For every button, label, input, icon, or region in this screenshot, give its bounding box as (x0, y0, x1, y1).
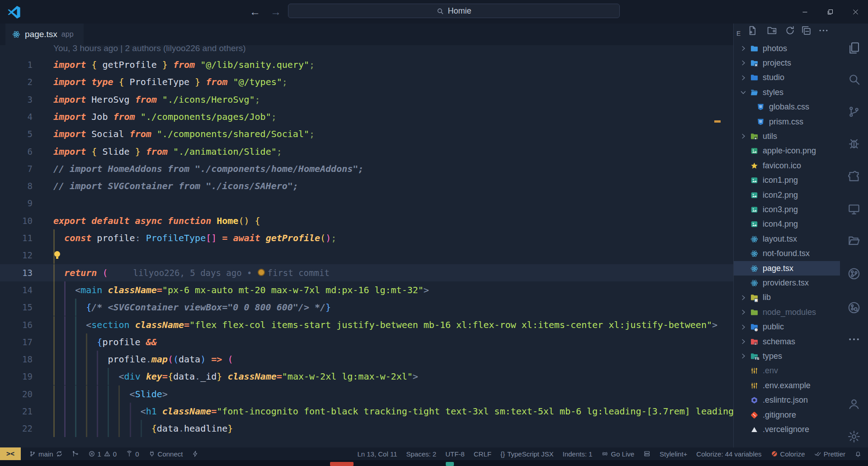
code-line-20[interactable]: 20 <Slide> (0, 385, 733, 403)
code-line-14[interactable]: 14 <main className="px-6 mx-auto mt-20 m… (0, 281, 733, 299)
file-tree-item-globals-css[interactable]: globals.css (734, 100, 840, 114)
code-line-2[interactable]: 2import type { ProfileType } from "@/typ… (0, 73, 733, 90)
status-eol[interactable]: CRLF (474, 450, 491, 458)
file-tree-item-prism-css[interactable]: prism.css (734, 114, 840, 129)
activity-extensions-icon[interactable] (847, 170, 861, 183)
file-tree-item-page-tsx[interactable]: page.tsx (734, 261, 840, 276)
file-tree-item-icon2-png[interactable]: icon2.png (734, 188, 840, 202)
activity-folder-opened-icon[interactable] (847, 234, 861, 247)
file-tree-item--eslintrc-json[interactable]: .eslintrc.json (734, 393, 840, 408)
files-icon (847, 41, 861, 55)
search-icon (436, 7, 444, 15)
status-colorize-info[interactable]: Colorize: 44 variables (696, 450, 761, 458)
status-colorize-toggle[interactable]: Colorize (771, 450, 805, 458)
file-tree-item--env-example[interactable]: .env.example (734, 378, 840, 393)
tab-page-tsx[interactable]: page.tsx app (5, 24, 84, 45)
close-window-icon[interactable] (843, 0, 868, 24)
file-tree-item-not-found-tsx[interactable]: not-found.tsx (734, 247, 840, 261)
status-encoding[interactable]: UTF-8 (445, 450, 465, 458)
code-line-7[interactable]: 7// import HomeAddons from "./components… (0, 160, 733, 177)
code-line-11[interactable]: 11 const profile: ProfileType[] = await … (0, 229, 733, 247)
status-ports[interactable]: 0 (126, 450, 139, 458)
code-line-16[interactable]: 16 <section className="flex flex-col ite… (0, 316, 733, 333)
status-problems[interactable]: 10 (88, 450, 117, 458)
file-tree-item-utils[interactable]: +utils (734, 129, 840, 143)
file-tree-item-favicon-ico[interactable]: favicon.ico (734, 158, 840, 173)
explorer-action-new-file-icon[interactable] (747, 25, 760, 38)
status-zap[interactable] (192, 450, 199, 457)
code-line-5[interactable]: 5import Social from "./components/shared… (0, 125, 733, 143)
code-line-19[interactable]: 19 <div key={data._id} className="max-w-… (0, 368, 733, 385)
file-tree-item-lib[interactable]: ▣lib (734, 290, 840, 305)
file-tree-item-node-modules[interactable]: node_modules (734, 305, 840, 319)
file-tree-item-icon4-png[interactable]: icon4.png (734, 217, 840, 232)
file-tree-item-icon1-png[interactable]: icon1.png (734, 173, 840, 188)
file-tree-item--gitignore[interactable]: .gitignore (734, 408, 840, 422)
activity-search-icon[interactable] (847, 72, 861, 86)
file-tree-item-types[interactable]: TStypes (734, 349, 840, 363)
status-go-live[interactable]: Go Live (601, 450, 634, 458)
file-tree-item-styles[interactable]: styles (734, 85, 840, 100)
code-line-18[interactable]: 18 profile.map((data) => ( (0, 351, 733, 368)
code-line-4[interactable]: 4import Job from "./components/pages/Job… (0, 108, 733, 125)
code-line-17[interactable]: 17 {profile && (0, 333, 733, 351)
maximize-icon[interactable] (817, 0, 843, 24)
status-indents[interactable]: Indents: 1 (562, 450, 592, 458)
file-tree-item-projects[interactable]: ✕projects (734, 56, 840, 70)
status-prettier[interactable]: Prettier (814, 450, 845, 458)
code-editor[interactable]: You, 3 hours ago | 2 authors (lilyoo226 … (0, 45, 733, 447)
file-name: prism.css (769, 117, 803, 127)
status-connect[interactable]: Connect (148, 450, 183, 458)
code-text: import { getProfile } from "@/lib/sanity… (53, 56, 315, 73)
file-tree-item-layout-tsx[interactable]: layout.tsx (734, 232, 840, 246)
status-language-mode[interactable]: {}TypeScript JSX (500, 450, 554, 458)
code-line-6[interactable]: 6import { Slide } from "./animation/Slid… (0, 143, 733, 160)
explorer-action-refresh-icon[interactable] (784, 25, 797, 38)
activity-settings-icon[interactable] (847, 430, 861, 443)
code-line-3[interactable]: 3import HeroSvg from "./icons/HeroSvg"; (0, 91, 733, 108)
line-number: 13 (0, 264, 33, 281)
status-indentation[interactable]: Spaces: 2 (406, 450, 437, 458)
code-text: // import HomeAddons from "./components/… (53, 160, 363, 177)
file-tree-item-photos[interactable]: photos (734, 41, 840, 56)
code-line-21[interactable]: 21 <h1 className="font-incognito font-bl… (0, 403, 733, 420)
status-notifications[interactable] (854, 450, 862, 457)
code-line-1[interactable]: 1import { getProfile } from "@/lib/sanit… (0, 56, 733, 73)
minimize-icon[interactable] (792, 0, 817, 24)
code-line-10[interactable]: 10export default async function Home() { (0, 212, 733, 229)
status-stylelint[interactable]: Stylelint+ (660, 450, 687, 458)
status-cursor-position[interactable]: Ln 13, Col 11 (357, 450, 397, 458)
file-tree-item-icon3-png[interactable]: icon3.png (734, 202, 840, 217)
file-tree-item-providers-tsx[interactable]: providers.tsx (734, 276, 840, 290)
activity-source-control-icon[interactable] (847, 105, 861, 119)
status-branch[interactable]: main (29, 450, 63, 458)
status-server[interactable] (643, 450, 651, 457)
activity-account-icon[interactable] (847, 397, 861, 411)
file-tree-item-public[interactable]: ◍public (734, 320, 840, 334)
file-tree-item-studio[interactable]: studio (734, 71, 840, 85)
file-tree-item--env[interactable]: .env (734, 364, 840, 378)
code-line-12[interactable]: 12 (0, 247, 733, 264)
explorer-action-collapse-all-icon[interactable] (801, 25, 813, 38)
file-tree-item--vercelignore[interactable]: .vercelignore (734, 422, 840, 437)
code-line-13[interactable]: 13 return (lilyoo226, 5 days ago •first … (0, 264, 733, 281)
code-line-15[interactable]: 15 {/* <SVGContainer viewBox="0 0 800 60… (0, 299, 733, 316)
file-tree-item-apple-icon-png[interactable]: apple-icon.png (734, 144, 840, 158)
explorer-action-new-folder-icon[interactable] (766, 25, 779, 38)
status-remote-window[interactable]: >< (0, 447, 21, 460)
activity-remote-monitor-icon[interactable] (847, 202, 861, 216)
status-gitlens-graph[interactable] (72, 450, 79, 457)
code-line-9[interactable]: 9 (0, 195, 733, 212)
activity-more-h-icon[interactable] (847, 333, 861, 346)
nav-back-icon[interactable]: ← (247, 4, 263, 20)
search-input[interactable]: Homie (288, 4, 620, 18)
file-tree-item-schemas[interactable]: ≡schemas (734, 334, 840, 349)
code-line-22[interactable]: 22 {data.headline} (0, 420, 733, 437)
activity-git-graph-icon[interactable] (847, 267, 861, 281)
activity-debug-icon[interactable] (847, 137, 861, 150)
explorer-action-more-h-icon[interactable] (818, 25, 830, 38)
nav-forward-icon[interactable]: → (268, 4, 284, 20)
code-line-8[interactable]: 8// import SVGContainer from "./icons/SA… (0, 177, 733, 195)
activity-files-icon[interactable] (847, 41, 861, 55)
activity-git-search-icon[interactable] (847, 301, 861, 314)
